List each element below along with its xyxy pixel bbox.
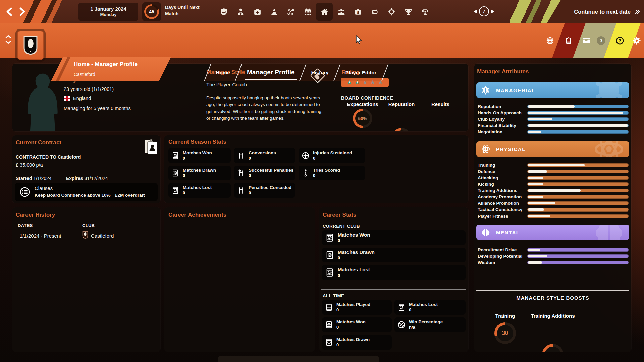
- clauses-title: Clauses: [35, 185, 53, 191]
- speed-decrease-icon[interactable]: [474, 10, 477, 13]
- back-button[interactable]: [5, 7, 13, 16]
- clause-item: £2M overdraft: [115, 193, 145, 198]
- medical-cross-circle-icon: [301, 151, 310, 160]
- manager-tenure: Managing for 5 years 0 months: [64, 106, 131, 111]
- page-subtitle-club: Castleford: [74, 72, 95, 77]
- gauge-label-reputation: Reputation: [381, 101, 422, 107]
- group-physical: PHYSICAL: [476, 141, 629, 157]
- svg-text:$: $: [357, 10, 359, 14]
- season-stats-panel: Current Season Stats Matches Won0 Matche…: [164, 135, 468, 203]
- nav-competitions-icon[interactable]: [400, 3, 417, 21]
- nav-transfers-icon[interactable]: [366, 3, 383, 21]
- main-nav: $: [215, 3, 433, 21]
- clause-item: Keep Board Confidence above 10%: [35, 193, 111, 198]
- stat-tile: Matches Played0: [322, 300, 392, 315]
- nav-training-icon[interactable]: [266, 3, 282, 21]
- season-stats-title: Current Season Stats: [168, 139, 226, 145]
- stat-tile: Matches Lost0: [322, 265, 466, 280]
- tab-player-editor[interactable]: Player Editor: [333, 64, 389, 81]
- manager-style-description: Despite supposedly hanging up their boot…: [206, 95, 325, 122]
- attribute-bar: [528, 208, 544, 211]
- help-icon[interactable]: ?: [615, 36, 625, 45]
- page-title: Home - Manager Profile: [74, 61, 138, 68]
- stat-tile: Tries Scored0: [299, 166, 365, 180]
- inbox-icon[interactable]: [582, 36, 591, 45]
- attribute-row: Recruitment Drive: [478, 247, 629, 253]
- boost-label-training: Training: [482, 313, 529, 319]
- attribute-row: Reputation: [478, 103, 629, 110]
- attribute-bar: [528, 124, 628, 127]
- collapse-header-control[interactable]: [5, 35, 11, 44]
- attribute-bar: [528, 189, 581, 192]
- forward-button[interactable]: [18, 7, 26, 16]
- atom-icon: [481, 144, 491, 154]
- club-badge[interactable]: [15, 29, 46, 62]
- contract-title: Current Contract: [16, 139, 61, 146]
- match-won-icon: [325, 233, 335, 243]
- stat-tile: Matches Lost0: [168, 183, 231, 198]
- manager-nationality: England: [64, 96, 91, 101]
- reputation-gauge: 50%: [392, 128, 411, 131]
- match-won-icon: [325, 320, 333, 329]
- nav-staff-icon[interactable]: [417, 3, 433, 21]
- career-history-panel: Career History DATES CLUB 1/1/2024 - Pre…: [12, 207, 160, 352]
- boost-label-training-additions: Training Additions: [529, 313, 576, 319]
- attribute-row: Club Loyalty: [478, 116, 629, 122]
- club-crest-icon: [17, 31, 44, 60]
- match-drawn-icon: [171, 169, 180, 177]
- attribute-row: Wisdom: [478, 259, 629, 266]
- career-stats-title: Career Stats: [323, 212, 356, 218]
- match-lost-icon: [171, 186, 180, 195]
- nav-fixtures-icon[interactable]: [299, 3, 316, 21]
- try-scored-icon: [301, 169, 310, 177]
- attribute-row: Academy Promotion: [478, 194, 629, 200]
- boost-gauge-training-additions: 30: [542, 344, 564, 352]
- top-bar: 1 January 2024 Monday 45 Days Until Next…: [0, 0, 644, 23]
- attribute-row: Player Fitness: [478, 213, 629, 219]
- panel-divider: [200, 68, 200, 127]
- attribute-row: Negotiation: [478, 129, 629, 135]
- nav-home-icon[interactable]: [316, 3, 333, 21]
- stat-tile: Matches Lost0: [394, 300, 466, 315]
- gear-icon[interactable]: [632, 36, 641, 45]
- page-title-plate: Home - Manager Profile Castleford: [51, 57, 171, 81]
- continue-button[interactable]: Continue to next date: [574, 0, 640, 23]
- attribute-bar: [528, 196, 543, 198]
- game-speed-control[interactable]: 7: [474, 6, 494, 16]
- nav-scouting-icon[interactable]: [383, 3, 400, 21]
- attribute-bar: [528, 177, 543, 179]
- attribute-bar: [528, 183, 543, 185]
- tab-manager-profile[interactable]: Manager Profile: [235, 64, 306, 81]
- section-divider: [321, 289, 466, 290]
- double-chevron-right-icon: [634, 9, 640, 15]
- history-dates: 1/1/2024 - Present: [20, 233, 61, 239]
- nav-shield-icon[interactable]: [215, 3, 232, 21]
- nav-finances-icon[interactable]: $: [350, 3, 366, 21]
- attribute-row: Developing Potential: [478, 253, 629, 259]
- match-drawn-icon: [325, 250, 335, 260]
- attribute-row: Financial Stability: [478, 122, 629, 129]
- nav-fans-icon[interactable]: [333, 3, 350, 21]
- match-lost-icon: [397, 303, 406, 312]
- match-drawn-icon: [325, 338, 333, 347]
- nav-medical-icon[interactable]: [249, 3, 266, 21]
- attribute-row: Training Additions: [478, 187, 629, 194]
- globe-icon[interactable]: [546, 36, 555, 45]
- goalposts-icon: [237, 186, 246, 195]
- attribute-bar: [528, 170, 547, 173]
- nav-squad-icon[interactable]: [232, 3, 249, 21]
- manager-age: 23 years old (1/1/2001): [64, 86, 114, 92]
- speed-increase-icon[interactable]: [491, 10, 494, 13]
- all-time-label: ALL TIME: [323, 293, 344, 298]
- stat-tile: Matches Won0: [322, 230, 466, 245]
- notes-icon[interactable]: [564, 36, 573, 45]
- attribute-row: Defence: [478, 168, 629, 175]
- svg-text:?: ?: [619, 38, 621, 43]
- current-contract-panel: Current Contract CONTRACTED TO Castlefor…: [12, 135, 160, 203]
- game-date: 1 January 2024 Monday: [78, 3, 138, 21]
- england-flag-icon: [64, 96, 70, 101]
- board-confidence-label: BOARD CONFIDENCE: [341, 95, 393, 101]
- content-area: Player One 23 years old (1/1/2001) Engla…: [0, 58, 644, 362]
- nav-tactics-icon[interactable]: [282, 3, 299, 21]
- attribute-bar: [528, 215, 550, 217]
